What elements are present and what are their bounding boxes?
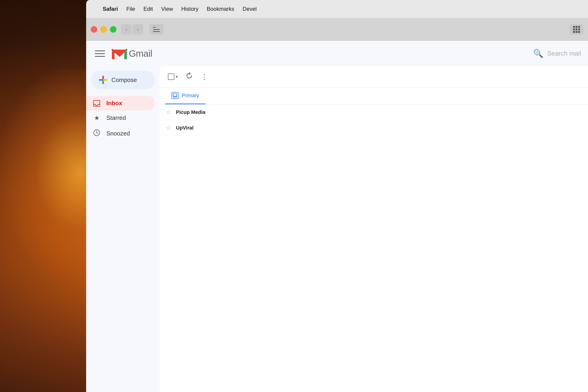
dot bbox=[573, 26, 575, 28]
email-sender-name: UpViral bbox=[176, 125, 226, 131]
refresh-button[interactable] bbox=[185, 72, 194, 82]
back-button[interactable]: ‹ bbox=[121, 24, 132, 35]
sidebar-item-snoozed[interactable]: Snoozed bbox=[86, 126, 155, 142]
browser-toolbar: ‹ › bbox=[86, 18, 588, 41]
search-icon: 🔍 bbox=[533, 49, 544, 58]
dropdown-arrow-icon[interactable]: ▾ bbox=[176, 74, 178, 79]
more-options-button[interactable]: ⋮ bbox=[201, 72, 208, 81]
hamburger-menu-button[interactable] bbox=[93, 46, 107, 60]
forward-button[interactable]: › bbox=[132, 24, 143, 35]
menu-bookmarks[interactable]: Bookmarks bbox=[207, 6, 234, 12]
gmail-sidebar: Compose Inbox ★ Starred bbox=[86, 66, 160, 392]
menu-file[interactable]: File bbox=[126, 6, 135, 12]
hamburger-bar-1 bbox=[95, 50, 105, 51]
nav-buttons: ‹ › bbox=[121, 24, 143, 35]
sidebar-item-inbox[interactable]: Inbox bbox=[86, 96, 155, 110]
star-icon[interactable]: ☆ bbox=[166, 108, 171, 116]
select-all-checkbox[interactable]: ▾ bbox=[168, 74, 178, 80]
menu-edit[interactable]: Edit bbox=[143, 6, 153, 12]
sidebar-item-starred[interactable]: ★ Starred bbox=[86, 110, 155, 126]
grid-dots-icon bbox=[573, 26, 580, 33]
traffic-lights bbox=[91, 26, 116, 32]
dot bbox=[578, 26, 580, 28]
minimize-button[interactable] bbox=[100, 26, 107, 32]
maximize-button[interactable] bbox=[110, 26, 116, 32]
laptop-frame: Safari File Edit View History Bookmarks … bbox=[86, 0, 588, 392]
search-input-placeholder[interactable]: Search mail bbox=[547, 50, 581, 57]
primary-tab-label: Primary bbox=[182, 92, 199, 98]
dot bbox=[578, 31, 580, 33]
dot bbox=[578, 28, 580, 30]
checkbox-square bbox=[168, 74, 174, 80]
hamburger-bar-2 bbox=[95, 53, 105, 54]
gmail-content-panel: ▾ ⋮ bbox=[160, 66, 588, 392]
email-sender-name: Picup Media bbox=[176, 109, 226, 115]
chevron-right-icon: › bbox=[137, 27, 139, 32]
compose-button[interactable]: Compose bbox=[91, 71, 155, 89]
email-row-upviral[interactable]: ☆ UpViral bbox=[160, 120, 588, 136]
gmail-header: Gmail 🔍 Search mail bbox=[86, 41, 588, 66]
gmail-logo: Gmail bbox=[112, 47, 152, 60]
star-icon[interactable]: ☆ bbox=[166, 124, 171, 131]
menu-history[interactable]: History bbox=[181, 6, 198, 12]
compose-plus-icon bbox=[99, 76, 107, 84]
menu-view[interactable]: View bbox=[161, 6, 173, 12]
sidebar-toggle-button[interactable] bbox=[150, 24, 163, 35]
inbox-label: Inbox bbox=[106, 100, 122, 107]
search-area[interactable]: 🔍 Search mail bbox=[533, 49, 581, 58]
hamburger-bar-3 bbox=[95, 56, 105, 57]
dot bbox=[576, 28, 578, 30]
dot bbox=[573, 31, 575, 33]
sidebar-toggle-icon bbox=[153, 27, 160, 32]
gmail-m-icon bbox=[112, 47, 128, 60]
menu-develop[interactable]: Devel bbox=[242, 6, 256, 12]
compose-label: Compose bbox=[112, 76, 137, 84]
dot bbox=[576, 26, 578, 28]
starred-icon: ★ bbox=[92, 114, 101, 122]
icon-line-2 bbox=[153, 29, 160, 30]
svg-line-7 bbox=[97, 133, 98, 134]
dot bbox=[573, 28, 575, 30]
email-row-picup[interactable]: ☆ Picup Media bbox=[160, 104, 588, 120]
gmail-main-layout: Compose Inbox ★ Starred bbox=[86, 66, 588, 392]
extensions-button[interactable] bbox=[570, 24, 584, 35]
snoozed-label: Snoozed bbox=[106, 130, 130, 137]
dot bbox=[576, 31, 578, 33]
snoozed-icon bbox=[92, 129, 101, 138]
inbox-icon bbox=[92, 100, 101, 106]
menu-bar: Safari File Edit View History Bookmarks … bbox=[86, 0, 588, 18]
icon-line-1 bbox=[153, 27, 156, 28]
primary-tab-icon bbox=[172, 92, 178, 99]
menu-safari[interactable]: Safari bbox=[103, 6, 118, 12]
vertical-dots-icon: ⋮ bbox=[201, 72, 208, 81]
gmail-wordmark: Gmail bbox=[129, 48, 152, 59]
chevron-left-icon: ‹ bbox=[126, 27, 127, 32]
inbox-tabs: Primary bbox=[160, 88, 588, 104]
tab-primary[interactable]: Primary bbox=[165, 88, 206, 104]
starred-label: Starred bbox=[106, 114, 126, 122]
gmail-app: Gmail 🔍 Search mail Compose bbox=[86, 41, 588, 392]
content-toolbar: ▾ ⋮ bbox=[160, 66, 588, 88]
close-button[interactable] bbox=[91, 26, 97, 32]
icon-line-3 bbox=[153, 31, 160, 32]
